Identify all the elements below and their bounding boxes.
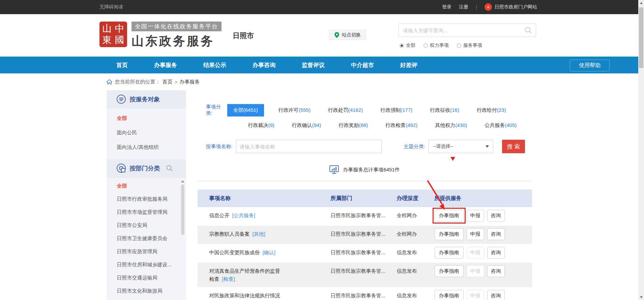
- apply-button[interactable]: 申报: [467, 210, 484, 222]
- keyword-search-input[interactable]: [399, 28, 524, 33]
- dept-item[interactable]: 日照市市场监督管理局: [107, 206, 186, 219]
- item-name[interactable]: 中国公民变更民族成份: [209, 249, 260, 255]
- nav-results[interactable]: 结果公示: [203, 61, 226, 69]
- national-emblem-icon: ★: [485, 3, 492, 11]
- consult-button[interactable]: 咨询: [487, 228, 505, 240]
- dept-item[interactable]: 日照市卫生健康委员会: [107, 232, 186, 245]
- sidebar-item-legal-person[interactable]: 面向法人/其他组织: [107, 140, 186, 155]
- search-button[interactable]: 搜 索: [502, 140, 525, 153]
- dept-item[interactable]: 日照市应急管理局: [107, 245, 186, 258]
- apply-button-disabled: 申报: [467, 265, 484, 277]
- radio-icon[interactable]: [457, 43, 461, 48]
- red-triangle-annotation: [450, 157, 455, 161]
- scroll-up-icon[interactable]: [181, 180, 184, 182]
- nav-home[interactable]: 首页: [116, 61, 128, 69]
- brand-title: 山东政务服务: [131, 33, 222, 49]
- category-tab[interactable]: 其他权力(430): [431, 119, 471, 132]
- accessibility-link[interactable]: 无障碍阅读: [99, 4, 123, 10]
- guide-button[interactable]: 办事指南: [435, 210, 464, 222]
- scope-all[interactable]: 全部: [400, 42, 415, 48]
- breadcrumb-home[interactable]: 首页: [163, 79, 173, 85]
- radio-selected-icon[interactable]: [400, 43, 404, 48]
- category-row-2: 行政裁决(9) 行政确认(94) 行政奖励(88) 行政检查(492) 其他权力…: [198, 119, 532, 132]
- item-dept: 日照市民族宗教事务管...: [331, 267, 397, 275]
- scrollbar-up-button[interactable]: [638, 0, 644, 6]
- dept-item[interactable]: 日照市自然资源和规划...: [107, 298, 186, 300]
- nav-consult[interactable]: 办事咨询: [253, 61, 275, 69]
- scrollbar-thumb[interactable]: [639, 7, 643, 68]
- category-label: 事项分类:: [198, 104, 227, 116]
- item-name-label: 按事项名称:: [198, 143, 233, 150]
- sidebar: 按服务对象 全部 面向公民 面向法人/其他组织 按部门分类 全部 日照市行政审批…: [107, 90, 186, 300]
- category-tab[interactable]: 行政给付(23): [472, 104, 510, 116]
- register-link[interactable]: 注册: [459, 4, 468, 10]
- guide-button[interactable]: 办事指南: [435, 290, 464, 300]
- category-tab[interactable]: 行政征收(16): [426, 104, 464, 116]
- nav-agency-market[interactable]: 中介超市: [351, 61, 374, 69]
- red-highlight-box: 办事指南: [435, 210, 467, 222]
- item-name-input[interactable]: [236, 140, 382, 153]
- consult-button[interactable]: 咨询: [487, 210, 505, 222]
- apply-button[interactable]: 申报: [467, 228, 484, 240]
- category-tab-all[interactable]: 全部(6451): [227, 104, 264, 116]
- department-search-icon[interactable]: [166, 165, 173, 172]
- scope-power-items[interactable]: 权力事项: [423, 42, 449, 48]
- item-depth: 信息发布: [397, 248, 435, 257]
- topic-label: 主题分类:: [395, 143, 425, 150]
- table-row: 中国公民变更民族成份[确认] 日照市民族宗教事务管... 信息发布 办事指南 申…: [198, 244, 532, 263]
- dept-item[interactable]: 全部: [107, 179, 186, 193]
- consult-button[interactable]: 咨询: [487, 265, 505, 277]
- dept-item[interactable]: 日照市交通运输局: [107, 271, 186, 285]
- category-tab[interactable]: 行政强制(177): [376, 104, 417, 116]
- site-switch-button[interactable]: 站点切换: [329, 30, 367, 40]
- guide-button[interactable]: 办事指南: [435, 265, 464, 277]
- scroll-up-icon: [640, 2, 643, 4]
- topic-select[interactable]: --请选择--: [429, 140, 493, 153]
- category-tab[interactable]: 行政确认(94): [288, 119, 326, 132]
- help-button[interactable]: 使用帮助: [570, 60, 610, 71]
- chart-monitor-icon: [329, 165, 339, 174]
- dept-item[interactable]: 日照市住房和城乡建设...: [107, 258, 186, 271]
- home-icon: [107, 79, 112, 85]
- table-header: 事项名称 所属部门 办理深度 所提供服务: [198, 190, 532, 207]
- category-tab[interactable]: 公共服务(405): [480, 119, 521, 132]
- category-tab[interactable]: 行政奖励(88): [334, 119, 373, 132]
- search-scope-group: 全部 权力事项 服务事项: [400, 42, 490, 48]
- item-tag-link[interactable]: [公共服务]: [232, 212, 255, 218]
- category-tab[interactable]: 行政处罚(4162): [324, 104, 367, 116]
- nav-supervision[interactable]: 监督评议: [302, 61, 325, 69]
- dept-item[interactable]: 日照市公安局: [107, 219, 186, 232]
- category-tab[interactable]: 行政许可(555): [274, 104, 315, 116]
- sidebar-item-citizen[interactable]: 面向公民: [107, 126, 186, 140]
- item-name[interactable]: 对民族政策和法律法规执行情况的监督检查: [209, 293, 280, 300]
- logo[interactable]: 山 中 東 國 全国一体化在线政务服务平台 山东政务服务: [99, 22, 222, 49]
- item-name[interactable]: 对清真食品生产经营条件的监督检查: [209, 268, 280, 282]
- page-scrollbar[interactable]: [638, 0, 644, 300]
- item-name[interactable]: 信息公开: [209, 212, 230, 218]
- dept-item[interactable]: 日照市行政审批服务局: [107, 193, 186, 206]
- item-tag-link[interactable]: [检查]: [222, 276, 235, 282]
- guide-button[interactable]: 办事指南: [435, 247, 464, 259]
- scope-service-items[interactable]: 服务事项: [457, 42, 482, 48]
- item-tag-link[interactable]: [确认]: [263, 249, 275, 255]
- items-table: 事项名称 所属部门 办理深度 所提供服务 信息公开[公共服务] 日照市民族宗教事…: [198, 190, 532, 300]
- sidebar-item-all[interactable]: 全部: [107, 111, 186, 126]
- radio-icon[interactable]: [423, 43, 428, 48]
- department-scrollbar[interactable]: [181, 179, 185, 300]
- item-name[interactable]: 宗教教职人员备案: [209, 231, 250, 237]
- consult-button[interactable]: 咨询: [487, 247, 505, 259]
- item-tag-link[interactable]: [其他]: [253, 231, 265, 237]
- search-icon[interactable]: [524, 26, 532, 34]
- nav-rating[interactable]: 好差评: [400, 61, 417, 69]
- login-link[interactable]: 登录: [442, 4, 451, 10]
- portal-link[interactable]: 日照市政府门户网站: [495, 4, 537, 10]
- category-tab[interactable]: 行政检查(492): [381, 119, 422, 132]
- scrollbar-down-button[interactable]: [638, 294, 644, 300]
- consult-button[interactable]: 咨询: [487, 290, 505, 300]
- category-tab[interactable]: 行政裁决(9): [244, 119, 279, 132]
- nav-services[interactable]: 办事服务: [154, 61, 177, 69]
- scroll-thumb[interactable]: [181, 185, 184, 235]
- dept-item[interactable]: 日照市文化和旅游局: [107, 285, 186, 298]
- guide-button[interactable]: 办事指南: [435, 228, 464, 240]
- list-circle-icon: [117, 95, 126, 104]
